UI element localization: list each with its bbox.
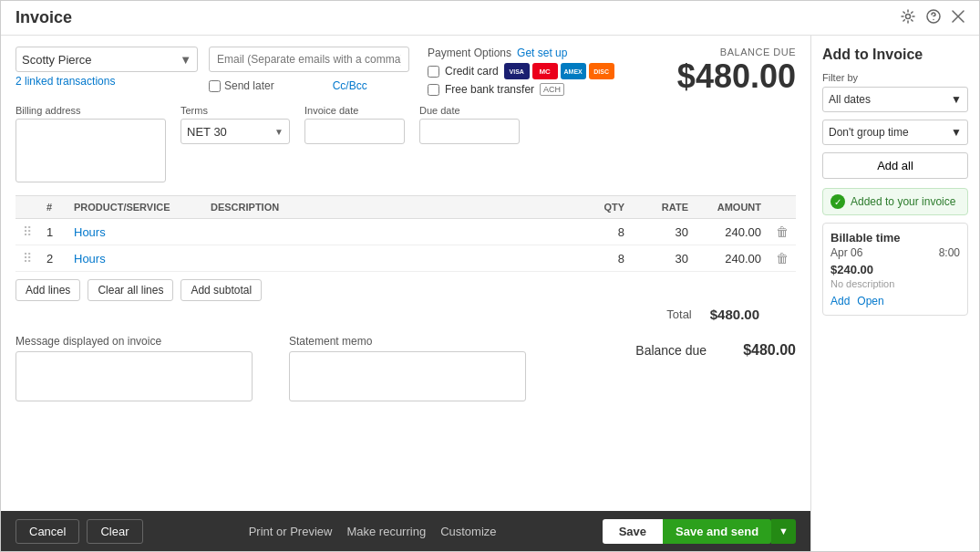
rate-cell[interactable]: 30 (632, 245, 696, 272)
credit-card-label: Credit card (445, 65, 499, 78)
total-label: Total (666, 307, 691, 321)
bank-transfer-checkbox[interactable] (428, 84, 439, 96)
customer-select[interactable]: Scotty Pierce ▼ (15, 47, 198, 72)
delete-cell[interactable]: 🗑 (769, 219, 796, 245)
table-actions: Add lines Clear all lines Add subtotal (15, 279, 796, 301)
bottom-fields: Message displayed on invoice Statement m… (15, 335, 796, 401)
send-later-checkbox[interactable] (209, 80, 221, 92)
save-dropdown-button[interactable]: ▼ (771, 519, 796, 544)
col-description: DESCRIPTION (203, 196, 577, 219)
billable-date: Apr 06 (830, 246, 862, 259)
customize-button[interactable]: Customize (440, 525, 496, 538)
product-service-cell[interactable]: Hours (67, 245, 203, 272)
billable-date-row: Apr 06 8:00 (830, 246, 960, 259)
add-subtotal-button[interactable]: Add subtotal (181, 279, 262, 301)
linked-transactions-link[interactable]: 2 linked transactions (15, 75, 198, 88)
rate-cell[interactable]: 30 (632, 219, 696, 245)
check-icon: ✓ (830, 194, 845, 209)
group-chevron-icon: ▼ (951, 126, 962, 139)
send-later-row: Send later Cc/Bcc (209, 79, 409, 92)
clear-all-lines-button[interactable]: Clear all lines (88, 279, 173, 301)
billing-address-label: Billing address (15, 105, 166, 116)
gear-icon[interactable] (901, 9, 915, 27)
billable-actions: Add Open (830, 295, 960, 307)
terms-chevron-icon: ▼ (274, 127, 284, 137)
email-input[interactable] (209, 47, 409, 72)
added-banner: ✓ Added to your invoice (822, 188, 968, 215)
terms-value: NET 30 (187, 125, 227, 139)
balance-due-bottom-amount: $480.00 (743, 342, 796, 359)
col-delete (769, 196, 796, 219)
invoice-table: # PRODUCT/SERVICE DESCRIPTION QTY RATE A… (15, 195, 796, 272)
payment-options-label: Payment Options (428, 47, 511, 59)
product-service-cell[interactable]: Hours (67, 219, 203, 245)
due-date-input[interactable]: 05/08/2017 (419, 119, 520, 144)
col-num: # (39, 196, 67, 219)
balance-due-amount: $480.00 (677, 57, 796, 96)
main-layout: Scotty Pierce ▼ 2 linked transactions Se… (1, 36, 979, 551)
clear-button[interactable]: Clear (87, 519, 142, 544)
cancel-button[interactable]: Cancel (15, 519, 79, 544)
terms-select[interactable]: NET 30 ▼ (181, 119, 290, 144)
footer: Cancel Clear Print or Preview Make recur… (1, 511, 810, 551)
amex-icon: AMEX (561, 63, 586, 79)
invoice-date-field: Invoice date 04/08/2017 (304, 105, 405, 144)
print-preview-button[interactable]: Print or Preview (249, 525, 333, 538)
billing-address-input[interactable] (15, 119, 166, 182)
col-qty: QTY (577, 196, 632, 219)
total-amount: $480.00 (710, 307, 759, 322)
balance-due-bottom-row: Balance due $480.00 (635, 342, 796, 359)
save-button[interactable]: Save (603, 519, 663, 544)
qty-cell[interactable]: 8 (577, 245, 632, 272)
message-label: Message displayed on invoice (15, 335, 253, 348)
delete-cell[interactable]: 🗑 (769, 245, 796, 272)
credit-card-checkbox[interactable] (428, 66, 439, 78)
all-dates-label: All dates (829, 93, 871, 106)
billable-description: No description (830, 278, 960, 289)
customer-name: Scotty Pierce (22, 53, 92, 67)
drag-handle[interactable]: ⠿ (15, 219, 39, 245)
invoice-content: Scotty Pierce ▼ 2 linked transactions Se… (1, 36, 810, 511)
invoice-date-label: Invoice date (304, 105, 405, 116)
terms-field: Terms NET 30 ▼ (181, 105, 290, 144)
bank-transfer-label: Free bank transfer (445, 83, 534, 96)
group-time-select[interactable]: Don't group time ▼ (822, 120, 968, 145)
col-drag (15, 196, 39, 219)
top-row: Scotty Pierce ▼ 2 linked transactions Se… (15, 47, 796, 96)
description-cell[interactable] (203, 245, 577, 272)
col-product: PRODUCT/SERVICE (67, 196, 203, 219)
amount-cell: 240.00 (696, 245, 769, 272)
balance-due-wrap: BALANCE DUE $480.00 (677, 47, 796, 96)
drag-handle[interactable]: ⠿ (15, 245, 39, 272)
footer-center: Print or Preview Make recurring Customiz… (249, 525, 497, 538)
cc-bcc-link[interactable]: Cc/Bcc (333, 79, 367, 92)
message-input[interactable] (15, 351, 253, 401)
invoice-date-input[interactable]: 04/08/2017 (304, 119, 405, 144)
billable-title: Billable time (830, 231, 960, 245)
add-lines-button[interactable]: Add lines (15, 279, 80, 301)
make-recurring-button[interactable]: Make recurring (346, 525, 426, 538)
memo-label: Statement memo (289, 335, 526, 348)
credit-card-row: Credit card VISA MC AMEX DISC (428, 63, 614, 79)
setup-link[interactable]: Get set up (517, 47, 567, 59)
all-dates-select[interactable]: All dates ▼ (822, 87, 968, 112)
close-icon[interactable] (952, 10, 965, 26)
help-icon[interactable] (926, 9, 941, 27)
payment-options: Payment Options Get set up Credit card V… (428, 47, 614, 96)
row-num: 1 (39, 219, 67, 245)
memo-field: Statement memo (289, 335, 526, 401)
billable-add-button[interactable]: Add (830, 295, 850, 307)
customer-select-wrap: Scotty Pierce ▼ 2 linked transactions (15, 47, 198, 88)
due-date-field: Due date 05/08/2017 (419, 105, 520, 144)
memo-input[interactable] (289, 351, 526, 401)
filter-label: Filter by (822, 72, 968, 83)
description-cell[interactable] (203, 219, 577, 245)
add-all-button[interactable]: Add all (822, 152, 968, 179)
balance-due-label: BALANCE DUE (677, 47, 796, 57)
delete-icon: 🗑 (776, 251, 789, 266)
billable-open-button[interactable]: Open (857, 295, 883, 307)
save-and-send-button[interactable]: Save and send (663, 519, 771, 544)
sidebar-title: Add to Invoice (822, 47, 968, 63)
qty-cell[interactable]: 8 (577, 219, 632, 245)
card-icons: VISA MC AMEX DISC (504, 63, 614, 79)
